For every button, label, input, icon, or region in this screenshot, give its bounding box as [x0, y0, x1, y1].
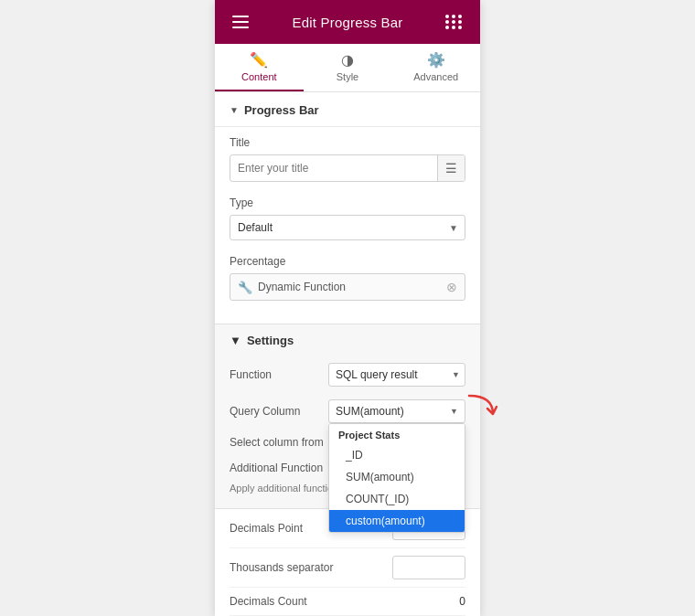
- grid-icon: [445, 15, 463, 29]
- panel-title: Edit Progress Bar: [293, 15, 403, 30]
- dynamic-function-label: Dynamic Function: [258, 281, 346, 293]
- type-select[interactable]: Default Striped Gradient: [230, 215, 465, 240]
- title-input[interactable]: [230, 156, 437, 180]
- apps-grid-button[interactable]: [442, 9, 467, 35]
- percentage-label: Percentage: [230, 255, 465, 268]
- title-input-icon[interactable]: ☰: [437, 155, 465, 181]
- hamburger-menu-button[interactable]: [228, 9, 253, 35]
- hamburger-icon: [232, 16, 249, 28]
- query-column-selected-value: SUM(amount): [336, 405, 404, 418]
- query-column-dropdown-trigger[interactable]: SUM(amount) ▼: [328, 399, 465, 423]
- tab-advanced[interactable]: ⚙️ Advanced: [391, 44, 480, 91]
- title-field-row: Title ☰: [230, 127, 465, 187]
- dynamic-function-field[interactable]: 🔧 Dynamic Function ⊗: [230, 273, 465, 301]
- style-icon: ◑: [341, 53, 354, 68]
- function-field-row: Function SQL query result Manual Dynamic…: [230, 356, 465, 393]
- dropdown-item-sum-amount[interactable]: SUM(amount): [329, 466, 465, 488]
- function-label: Function: [230, 368, 321, 381]
- decimals-count-value: 0: [429, 595, 465, 608]
- panel-header: Edit Progress Bar: [215, 0, 480, 44]
- dynamic-func-icon: 🔧: [238, 281, 252, 294]
- decimals-count-row: Decimals Count 0: [230, 588, 465, 616]
- settings-body: Function SQL query result Manual Dynamic…: [215, 356, 480, 508]
- tab-content-label: Content: [241, 71, 277, 82]
- tabs-bar: ✏️ Content ◑ Style ⚙️ Advanced: [215, 44, 480, 92]
- type-select-wrap: Default Striped Gradient ▼: [230, 215, 465, 240]
- dropdown-group-label: Project Stats: [329, 424, 465, 444]
- dropdown-item-id[interactable]: _ID: [329, 444, 465, 466]
- pencil-icon: ✏️: [250, 53, 268, 68]
- settings-section-label: Settings: [247, 334, 294, 347]
- edit-panel: Edit Progress Bar ✏️ Content ◑ Style ⚙️ …: [215, 0, 480, 616]
- title-label: Title: [230, 136, 465, 149]
- percentage-field-row: Percentage 🔧 Dynamic Function ⊗: [230, 246, 465, 306]
- thousands-separator-input[interactable]: [392, 556, 465, 579]
- query-column-field-row: Query Column SUM(amount) ▼ Project Stats…: [230, 393, 465, 430]
- query-column-label: Query Column: [230, 405, 321, 418]
- form-body: Title ☰ Type Default Striped Gradient ▼ …: [215, 127, 480, 324]
- dropdown-item-custom-amount[interactable]: custom(amount): [329, 510, 465, 532]
- query-column-dropdown-list: Project Stats _ID SUM(amount) COUNT(_ID)…: [328, 423, 465, 533]
- settings-section: ▼ Settings Function SQL query result Man…: [215, 324, 480, 509]
- function-select[interactable]: SQL query result Manual Dynamic: [328, 363, 465, 387]
- thousands-separator-row: Thousands separator: [230, 548, 465, 588]
- progress-bar-section-header: ▼ Progress Bar: [215, 92, 480, 127]
- query-column-select-wrap: SUM(amount) ▼ Project Stats _ID SUM(amou…: [328, 399, 465, 423]
- query-column-row-inner: Query Column SUM(amount) ▼ Project Stats…: [230, 399, 465, 423]
- function-select-wrap: SQL query result Manual Dynamic ▼: [328, 363, 465, 387]
- tab-style[interactable]: ◑ Style: [304, 44, 392, 91]
- red-arrow-annotation: [467, 388, 500, 421]
- clear-dynamic-function-button[interactable]: ⊗: [446, 280, 457, 294]
- settings-section-header: ▼ Settings: [215, 324, 480, 356]
- title-input-wrap: ☰: [230, 154, 465, 182]
- dropdown-item-count-id[interactable]: COUNT(_ID): [329, 488, 465, 510]
- settings-collapse-arrow-icon[interactable]: ▼: [230, 334, 241, 347]
- gear-icon: ⚙️: [427, 53, 445, 68]
- select-column-from-label: Select column from: [230, 436, 324, 449]
- collapse-arrow-icon[interactable]: ▼: [230, 105, 239, 115]
- type-field-row: Type Default Striped Gradient ▼: [230, 187, 465, 246]
- type-label: Type: [230, 196, 465, 209]
- tab-style-label: Style: [337, 71, 358, 82]
- tab-advanced-label: Advanced: [413, 71, 458, 82]
- thousands-separator-label: Thousands separator: [230, 561, 392, 574]
- progress-bar-section-label: Progress Bar: [244, 103, 319, 117]
- additional-function-label: Additional Function: [230, 462, 323, 474]
- tab-content[interactable]: ✏️ Content: [215, 44, 304, 91]
- decimals-count-label: Decimals Count: [230, 595, 429, 608]
- query-column-arrow-icon: ▼: [450, 407, 458, 416]
